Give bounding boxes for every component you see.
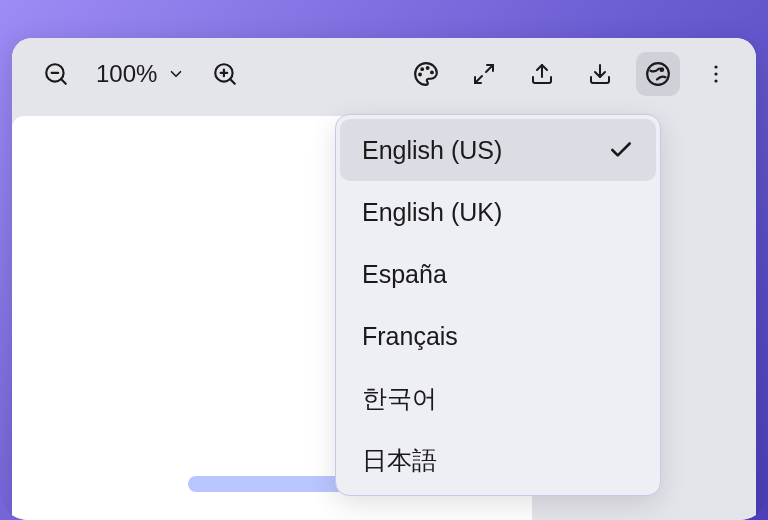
language-dropdown: English (US)English (UK)EspañaFrançais한국… — [335, 114, 661, 496]
chevron-down-icon — [167, 65, 185, 83]
toolbar: 100% — [12, 38, 756, 110]
language-option[interactable]: English (US) — [340, 119, 656, 181]
globe-icon — [645, 61, 671, 87]
svg-point-9 — [421, 68, 423, 70]
download-icon — [588, 62, 612, 86]
zoom-in-button[interactable] — [203, 52, 247, 96]
progress-bar — [188, 476, 348, 492]
palette-icon — [413, 61, 439, 87]
zoom-level-value: 100% — [96, 60, 157, 88]
svg-point-7 — [427, 67, 429, 69]
upload-icon — [530, 62, 554, 86]
language-option-label: 日本語 — [362, 444, 437, 477]
language-option-label: English (UK) — [362, 198, 502, 227]
download-button[interactable] — [578, 52, 622, 96]
svg-line-12 — [475, 76, 482, 83]
language-button[interactable] — [636, 52, 680, 96]
theme-button[interactable] — [404, 52, 448, 96]
language-option-label: English (US) — [362, 136, 502, 165]
language-option[interactable]: Français — [340, 305, 656, 367]
svg-line-4 — [230, 79, 235, 84]
maximize-icon — [472, 62, 496, 86]
svg-point-18 — [714, 72, 717, 75]
zoom-out-button[interactable] — [34, 52, 78, 96]
language-option[interactable]: English (UK) — [340, 181, 656, 243]
svg-point-8 — [431, 72, 433, 74]
svg-point-17 — [714, 65, 717, 68]
svg-point-19 — [714, 79, 717, 82]
svg-line-11 — [486, 65, 493, 72]
fullscreen-button[interactable] — [462, 52, 506, 96]
upload-button[interactable] — [520, 52, 564, 96]
zoom-out-icon — [43, 61, 69, 87]
toolbar-right — [404, 52, 738, 96]
toolbar-left: 100% — [34, 52, 247, 96]
language-option-label: 한국어 — [362, 382, 437, 415]
zoom-level-selector[interactable]: 100% — [92, 60, 189, 88]
language-option[interactable]: 日本語 — [340, 429, 656, 491]
svg-point-16 — [660, 68, 663, 71]
more-options-button[interactable] — [694, 52, 738, 96]
zoom-in-icon — [212, 61, 238, 87]
svg-point-15 — [647, 63, 669, 85]
svg-point-10 — [419, 74, 421, 76]
language-option[interactable]: España — [340, 243, 656, 305]
language-option[interactable]: 한국어 — [340, 367, 656, 429]
language-option-label: Français — [362, 322, 458, 351]
check-icon — [608, 137, 634, 163]
more-vertical-icon — [704, 62, 728, 86]
language-option-label: España — [362, 260, 447, 289]
svg-line-1 — [61, 79, 66, 84]
